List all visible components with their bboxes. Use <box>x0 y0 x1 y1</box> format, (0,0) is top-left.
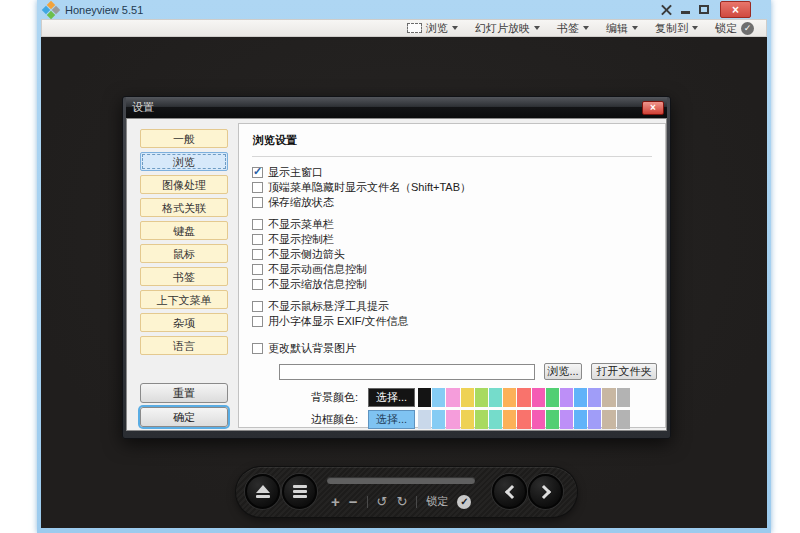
color-swatch[interactable] <box>475 388 488 407</box>
lock-toggle[interactable]: 锁定 ✓ <box>715 21 754 36</box>
nav-item-image-processing[interactable]: 图像处理 <box>140 175 228 194</box>
checkbox-row[interactable]: 不显示控制栏 <box>252 232 665 246</box>
checkbox-row[interactable]: 保存缩放状态 <box>252 195 665 209</box>
color-swatch[interactable] <box>461 388 474 407</box>
maximize-button[interactable] <box>699 5 709 14</box>
background-image-path-row: 浏览... 打开文件夹 <box>279 363 665 380</box>
nav-item-browse[interactable]: 浏览 <box>140 152 228 171</box>
eject-button[interactable] <box>245 474 280 509</box>
zoom-out-button[interactable]: − <box>349 494 358 509</box>
color-swatch[interactable] <box>432 388 445 407</box>
zoom-in-button[interactable]: + <box>331 494 340 509</box>
color-swatch[interactable] <box>418 410 431 429</box>
rotate-right-button[interactable]: ↻ <box>396 495 407 508</box>
color-swatch[interactable] <box>546 388 559 407</box>
window-titlebar[interactable]: Honeyview 5.51 × <box>41 0 767 19</box>
browse-file-button[interactable]: 浏览... <box>544 363 582 380</box>
checkbox-row[interactable]: 用小字体显示 EXIF/文件信息 <box>252 314 665 328</box>
color-swatch[interactable] <box>517 388 530 407</box>
color-swatch[interactable] <box>602 388 615 407</box>
dialog-titlebar[interactable]: 设置 × <box>126 97 667 118</box>
position-slider[interactable] <box>327 477 475 484</box>
unchecked-checkbox[interactable] <box>252 264 263 275</box>
color-swatch[interactable] <box>446 410 459 429</box>
color-swatch[interactable] <box>503 388 516 407</box>
dialog-close-button[interactable]: × <box>642 101 664 115</box>
nav-item-language[interactable]: 语言 <box>140 336 228 355</box>
background-color-choose-button[interactable]: 选择... <box>368 388 415 407</box>
color-swatch[interactable] <box>617 388 630 407</box>
border-color-row: 边框颜色: 选择... <box>239 410 665 429</box>
checkbox-row[interactable]: 不显示侧边箭头 <box>252 247 665 261</box>
nav-item-bookmarks[interactable]: 书签 <box>140 267 228 286</box>
bookmarks-menu-button[interactable]: 书签 <box>557 21 589 36</box>
nav-item-mouse[interactable]: 鼠标 <box>140 244 228 263</box>
check-circle-icon[interactable]: ✓ <box>457 495 471 509</box>
color-swatch[interactable] <box>432 410 445 429</box>
color-swatch[interactable] <box>574 410 587 429</box>
ok-button[interactable]: 确定 <box>140 407 228 427</box>
unchecked-checkbox[interactable] <box>252 343 263 354</box>
color-swatch[interactable] <box>574 388 587 407</box>
browse-menu-button[interactable]: 浏览 <box>407 21 458 36</box>
color-swatch[interactable] <box>588 410 601 429</box>
checkbox-label: 用小字体显示 EXIF/文件信息 <box>268 314 409 329</box>
checkbox-row[interactable]: 不显示菜单栏 <box>252 217 665 231</box>
color-swatch[interactable] <box>489 388 502 407</box>
unchecked-checkbox[interactable] <box>252 316 263 327</box>
unchecked-checkbox[interactable] <box>252 301 263 312</box>
menu-button[interactable] <box>282 474 317 509</box>
unchecked-checkbox[interactable] <box>252 197 263 208</box>
nav-item-keyboard[interactable]: 键盘 <box>140 221 228 240</box>
previous-image-button[interactable] <box>492 474 527 509</box>
nav-item-context-menu[interactable]: 上下文菜单 <box>140 290 228 309</box>
color-swatch[interactable] <box>475 410 488 429</box>
slideshow-menu-button[interactable]: 幻灯片放映 <box>475 21 540 36</box>
separator <box>252 156 652 157</box>
color-swatch[interactable] <box>503 410 516 429</box>
open-folder-button[interactable]: 打开文件夹 <box>591 363 657 380</box>
close-button[interactable]: × <box>720 1 751 18</box>
unchecked-checkbox[interactable] <box>252 249 263 260</box>
border-color-choose-button[interactable]: 选择... <box>368 410 415 429</box>
checkbox-row[interactable]: 顶端菜单隐藏时显示文件名（Shift+TAB） <box>252 180 665 194</box>
edit-menu-button[interactable]: 编辑 <box>606 21 638 36</box>
checkbox-row[interactable]: 不显示动画信息控制 <box>252 262 665 276</box>
fullscreen-icon[interactable] <box>661 5 672 15</box>
color-swatch[interactable] <box>546 410 559 429</box>
settings-dialog: 设置 × 一般浏览图像处理格式关联键盘鼠标书签上下文菜单杂项语言 重置 确定 浏… <box>122 96 671 439</box>
checkbox-row[interactable]: 不显示缩放信息控制 <box>252 277 665 291</box>
color-swatch[interactable] <box>446 388 459 407</box>
checkbox-row[interactable]: 显示主窗口 <box>252 165 665 179</box>
unchecked-checkbox[interactable] <box>252 182 263 193</box>
rotate-left-button[interactable]: ↺ <box>377 495 388 508</box>
color-swatch[interactable] <box>418 388 431 407</box>
nav-item-misc[interactable]: 杂项 <box>140 313 228 332</box>
nav-item-format-association[interactable]: 格式关联 <box>140 198 228 217</box>
color-swatch[interactable] <box>517 410 530 429</box>
copy-to-menu-button[interactable]: 复制到 <box>655 21 698 36</box>
color-swatch[interactable] <box>617 410 630 429</box>
checkbox-row[interactable]: 更改默认背景图片 <box>252 341 665 355</box>
lock-label: 锁定 <box>715 21 737 36</box>
reset-button[interactable]: 重置 <box>140 383 228 403</box>
color-swatch[interactable] <box>560 410 573 429</box>
background-image-path-input[interactable] <box>279 364 535 380</box>
color-swatch[interactable] <box>532 388 545 407</box>
color-swatch[interactable] <box>532 410 545 429</box>
honeyview-logo-icon <box>43 2 59 18</box>
checked-checkbox[interactable] <box>252 167 263 178</box>
color-swatch[interactable] <box>560 388 573 407</box>
unchecked-checkbox[interactable] <box>252 219 263 230</box>
color-swatch[interactable] <box>588 388 601 407</box>
color-swatch[interactable] <box>602 410 615 429</box>
unchecked-checkbox[interactable] <box>252 234 263 245</box>
checkbox-row[interactable]: 不显示鼠标悬浮工具提示 <box>252 299 665 313</box>
next-image-button[interactable] <box>528 474 563 509</box>
nav-item-general[interactable]: 一般 <box>140 129 228 148</box>
color-swatch[interactable] <box>461 410 474 429</box>
checkbox-label: 顶端菜单隐藏时显示文件名（Shift+TAB） <box>268 180 471 195</box>
unchecked-checkbox[interactable] <box>252 279 263 290</box>
minimize-button[interactable] <box>681 11 690 14</box>
color-swatch[interactable] <box>489 410 502 429</box>
